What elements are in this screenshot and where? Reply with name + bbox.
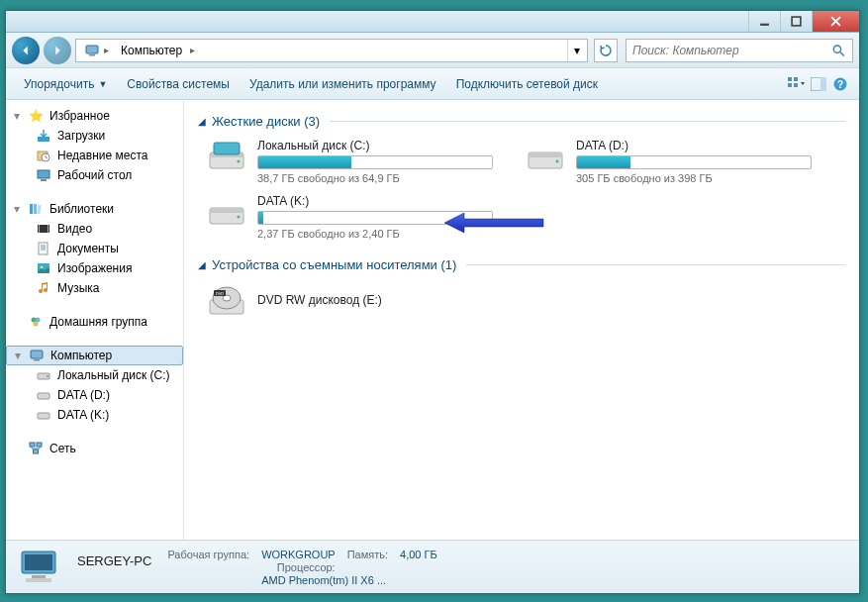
pictures-icon	[36, 260, 51, 276]
content-area: ▾⭐Избранное Загрузки Недавние места Рабо…	[6, 100, 859, 540]
capacity-bar	[576, 155, 812, 169]
organize-menu[interactable]: Упорядочить▼	[14, 68, 117, 99]
sidebar-item-downloads[interactable]: Загрузки	[6, 126, 183, 146]
svg-rect-10	[820, 77, 826, 91]
explorer-window: ▸ Компьютер▸ ▾ Упорядочить▼ Свойства сис…	[5, 10, 860, 594]
svg-rect-2	[86, 46, 98, 53]
svg-point-29	[34, 322, 39, 327]
pc-name: SERGEY-PC	[77, 553, 151, 568]
drive-item-k[interactable]: DATA (K:) 2,37 ГБ свободно из 2,40 ГБ	[206, 194, 493, 240]
svg-rect-36	[30, 443, 35, 447]
drive-name: DATA (K:)	[257, 194, 493, 208]
sidebar-item-documents[interactable]: Документы	[6, 239, 183, 258]
search-box[interactable]	[626, 39, 853, 62]
breadcrumb-computer[interactable]: Компьютер▸	[115, 40, 201, 61]
desktop-icon	[36, 167, 51, 183]
svg-text:DVD: DVD	[216, 291, 225, 296]
sidebar-item-videos[interactable]: Видео	[6, 219, 183, 239]
network-icon	[28, 441, 44, 456]
system-properties-button[interactable]: Свойства системы	[117, 68, 240, 99]
sidebar-item-pictures[interactable]: Изображения	[6, 258, 183, 278]
minimize-button[interactable]	[748, 11, 780, 32]
refresh-button[interactable]	[594, 39, 618, 62]
sidebar-item-label: Загрузки	[57, 129, 105, 143]
svg-rect-16	[38, 170, 49, 178]
drive-free-text: 305 ГБ свободно из 398 ГБ	[576, 172, 812, 184]
drive-item-c[interactable]: Локальный диск (C:) 38,7 ГБ свободно из …	[206, 139, 493, 184]
svg-rect-35	[38, 413, 49, 419]
sidebar-item-desktop[interactable]: Рабочий стол	[6, 165, 183, 185]
sidebar-label: Домашняя группа	[49, 315, 147, 329]
sidebar-homegroup[interactable]: Домашняя группа	[6, 312, 183, 332]
view-menu[interactable]	[786, 68, 808, 99]
svg-point-48	[238, 216, 241, 219]
section-removable[interactable]: ◢ Устройства со съемными носителями (1)	[198, 257, 845, 272]
svg-rect-1	[792, 17, 801, 26]
back-button[interactable]	[12, 37, 40, 64]
svg-rect-5	[788, 77, 792, 81]
sidebar-label: Компьютер	[50, 349, 112, 362]
sidebar-label: Библиотеки	[49, 202, 114, 216]
workgroup-value: WORKGROUP	[261, 549, 336, 560]
sidebar-item-music[interactable]: Музыка	[6, 278, 183, 298]
sidebar-favorites[interactable]: ▾⭐Избранное	[6, 106, 183, 126]
collapse-icon: ◢	[198, 259, 206, 270]
sidebar-label: Избранное	[49, 109, 110, 123]
sidebar-item-drive-k[interactable]: DATA (K:)	[6, 405, 183, 425]
computer-icon	[29, 348, 45, 363]
drive-icon	[36, 387, 51, 403]
music-icon	[36, 280, 51, 296]
preview-pane-button[interactable]	[808, 68, 829, 99]
workgroup-label: Рабочая группа:	[167, 549, 249, 560]
memory-label: Память:	[347, 549, 388, 560]
drive-item-optical[interactable]: DVD DVD RW дисковод (E:)	[198, 282, 845, 320]
drive-icon	[36, 407, 51, 423]
collapse-icon: ◢	[198, 116, 206, 127]
organize-label: Упорядочить	[24, 77, 94, 91]
section-title: Жесткие диски (3)	[212, 114, 320, 129]
capacity-fill	[258, 212, 263, 224]
search-input[interactable]	[632, 44, 827, 57]
svg-point-4	[834, 45, 841, 51]
hdd-icon	[525, 139, 566, 176]
sidebar-item-drive-d[interactable]: DATA (D:)	[6, 385, 183, 405]
svg-rect-44	[529, 152, 562, 157]
maximize-button[interactable]	[780, 11, 812, 32]
properties-label: Свойства системы	[127, 77, 230, 91]
svg-rect-23	[48, 225, 48, 233]
svg-rect-20	[37, 205, 41, 214]
breadcrumb-dropdown[interactable]: ▾	[567, 40, 585, 61]
sidebar-item-recent[interactable]: Недавние места	[6, 146, 183, 165]
navigation-bar: ▸ Компьютер▸ ▾	[6, 33, 859, 68]
titlebar	[6, 11, 859, 33]
sidebar-item-drive-c[interactable]: Локальный диск (C:)	[6, 365, 183, 385]
cpu-label: Процессор:	[261, 561, 336, 573]
video-icon	[36, 221, 51, 237]
drive-item-d[interactable]: DATA (D:) 305 ГБ свободно из 398 ГБ	[525, 139, 812, 184]
uninstall-program-button[interactable]: Удалить или изменить программу	[240, 68, 446, 99]
drive-free-text: 38,7 ГБ свободно из 64,9 ГБ	[257, 172, 493, 184]
sidebar-libraries[interactable]: ▾Библиотеки	[6, 199, 183, 219]
drive-free-text: 2,37 ГБ свободно из 2,40 ГБ	[257, 228, 493, 240]
sidebar-label: Сеть	[49, 442, 76, 455]
breadcrumb-computer-icon[interactable]: ▸	[78, 40, 115, 61]
svg-rect-42	[214, 143, 240, 154]
breadcrumb[interactable]: ▸ Компьютер▸ ▾	[75, 39, 588, 62]
close-button[interactable]	[812, 11, 859, 32]
sidebar-network[interactable]: Сеть	[6, 439, 183, 458]
svg-rect-0	[760, 24, 769, 26]
computer-icon	[84, 43, 100, 58]
drive-icon	[36, 367, 51, 383]
sidebar-item-label: DATA (K:)	[57, 408, 109, 422]
sidebar-item-label: DATA (D:)	[57, 388, 110, 402]
help-button[interactable]: ?	[829, 68, 851, 99]
hdd-icon	[206, 139, 247, 176]
svg-rect-56	[32, 575, 46, 578]
memory-value: 4,00 ГБ	[400, 549, 437, 560]
capacity-bar	[257, 211, 493, 225]
sidebar-computer[interactable]: ▾Компьютер	[6, 346, 183, 365]
capacity-fill	[258, 156, 351, 168]
map-drive-button[interactable]: Подключить сетевой диск	[446, 68, 608, 99]
forward-button[interactable]	[44, 37, 71, 64]
section-hard-drives[interactable]: ◢ Жесткие диски (3)	[198, 114, 845, 129]
